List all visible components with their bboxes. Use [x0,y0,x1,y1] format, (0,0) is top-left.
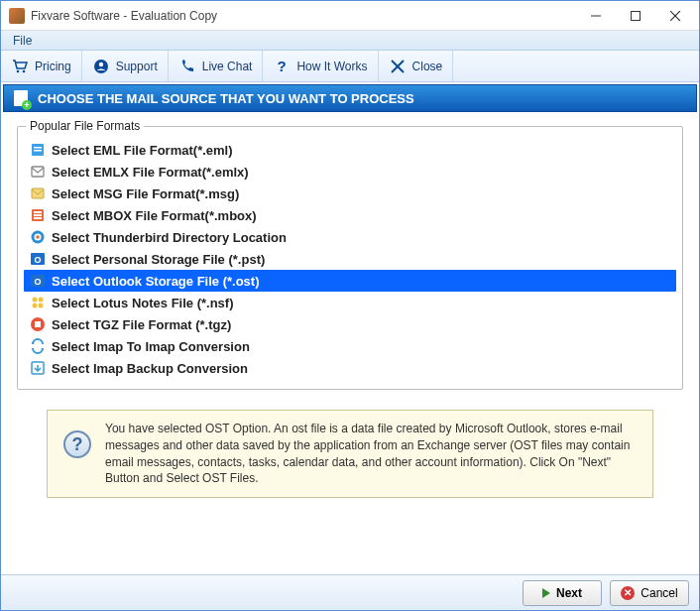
file-format-label: Select Outlook Storage File (*.ost) [52,274,259,289]
arrow-right-icon [542,588,550,598]
svg-rect-12 [34,147,42,149]
file-format-label: Select Thunderbird Directory Location [52,230,287,245]
svg-point-4 [17,69,20,72]
file-format-item[interactable]: Select Imap Backup Conversion [24,357,676,379]
file-format-item[interactable]: Select Thunderbird Directory Location [24,226,676,248]
svg-rect-1 [632,11,641,20]
next-button[interactable]: Next [523,580,602,606]
file-format-item[interactable]: Select MBOX File Format(*.mbox) [24,204,676,226]
svg-rect-15 [32,188,44,198]
toolbar-livechat[interactable]: Live Chat [169,51,264,81]
file-format-label: Select Imap To Imap Conversion [52,339,250,354]
svg-rect-14 [32,167,44,177]
file-format-icon [30,360,46,376]
info-panel: ? You have selected OST Option. An ost f… [47,410,653,498]
svg-text:O: O [34,277,41,287]
menu-file[interactable]: File [7,32,38,50]
phone-icon [178,58,196,75]
file-format-item[interactable]: Select MSG File Format(*.msg) [24,183,676,204]
svg-text:O: O [34,255,41,265]
file-format-icon [30,295,46,310]
svg-point-30 [39,304,44,308]
file-format-icon [30,164,46,180]
file-format-item[interactable]: OSelect Outlook Storage File (*.ost) [24,270,676,292]
menu-bar: File [1,31,699,51]
maximize-button[interactable] [616,2,655,30]
file-format-label: Select MBOX File Format(*.mbox) [52,208,257,223]
file-format-item[interactable]: Select EML File Format(*.eml) [24,139,676,161]
toolbar-support[interactable]: Support [82,51,169,81]
document-add-icon [14,90,28,106]
svg-point-22 [36,235,40,239]
close-icon [389,58,407,75]
cancel-icon: ✕ [621,586,635,600]
toolbar: Pricing Support Live Chat ? How It Works… [1,51,699,82]
svg-point-29 [33,304,38,308]
toolbar-pricing-label: Pricing [35,60,71,73]
file-format-label: Select Imap Backup Conversion [52,361,248,376]
svg-point-27 [33,298,38,303]
svg-point-28 [39,298,44,303]
file-format-label: Select Personal Storage File (*.pst) [52,252,265,267]
svg-rect-17 [34,211,42,213]
svg-rect-13 [34,150,42,152]
info-text: You have selected OST Option. An ost fil… [105,421,637,487]
file-format-icon: O [30,273,46,289]
file-format-item[interactable]: Select TGZ File Format (*.tgz) [24,313,676,335]
svg-rect-32 [35,321,41,327]
svg-point-5 [23,69,26,72]
file-format-label: Select EMLX File Format(*.emlx) [52,165,249,180]
file-format-icon: O [30,251,46,267]
file-format-label: Select EML File Format(*.eml) [52,143,233,158]
file-format-icon [30,338,46,354]
file-format-icon [30,316,46,332]
toolbar-support-label: Support [116,60,158,73]
cancel-button-label: Cancel [641,586,677,600]
minimize-button[interactable] [576,2,616,30]
app-icon [9,8,25,24]
svg-point-7 [98,61,102,65]
file-format-item[interactable]: Select Lotus Notes File (*.nsf) [24,292,676,313]
section-header: CHOOSE THE MAIL SOURCE THAT YOU WANT TO … [3,84,697,112]
toolbar-howitworks-label: How It Works [296,60,367,73]
file-format-icon [30,185,46,201]
toolbar-close[interactable]: Close [379,51,454,81]
svg-text:?: ? [278,58,287,74]
file-format-label: Select Lotus Notes File (*.nsf) [52,296,233,310]
headset-icon [92,58,110,75]
footer: Next ✕ Cancel [1,574,699,610]
file-format-label: Select MSG File Format(*.msg) [52,186,239,201]
toolbar-howitworks[interactable]: ? How It Works [263,51,378,81]
title-bar: Fixvare Software - Evaluation Copy [1,1,699,31]
file-format-list: Select EML File Format(*.eml)Select EMLX… [24,139,676,379]
toolbar-pricing[interactable]: Pricing [1,51,82,81]
question-icon: ? [273,58,291,75]
file-format-label: Select TGZ File Format (*.tgz) [52,317,231,332]
close-window-button[interactable] [655,2,695,30]
info-icon: ? [63,430,91,458]
svg-rect-18 [34,214,42,216]
section-header-label: CHOOSE THE MAIL SOURCE THAT YOU WANT TO … [38,91,414,106]
file-format-icon [30,142,46,158]
cart-icon [11,58,29,75]
cancel-button[interactable]: ✕ Cancel [610,580,689,606]
file-format-item[interactable]: OSelect Personal Storage File (*.pst) [24,248,676,270]
file-format-icon [30,229,46,245]
file-format-item[interactable]: Select EMLX File Format(*.emlx) [24,161,676,183]
file-format-icon [30,207,46,223]
toolbar-livechat-label: Live Chat [202,60,253,73]
file-formats-group: Popular File Formats Select EML File For… [17,126,683,390]
toolbar-close-label: Close [412,60,443,73]
svg-rect-19 [34,217,42,219]
next-button-label: Next [556,586,582,600]
group-legend: Popular File Formats [26,119,144,133]
window-title: Fixvare Software - Evaluation Copy [31,9,217,23]
file-format-item[interactable]: Select Imap To Imap Conversion [24,335,676,357]
